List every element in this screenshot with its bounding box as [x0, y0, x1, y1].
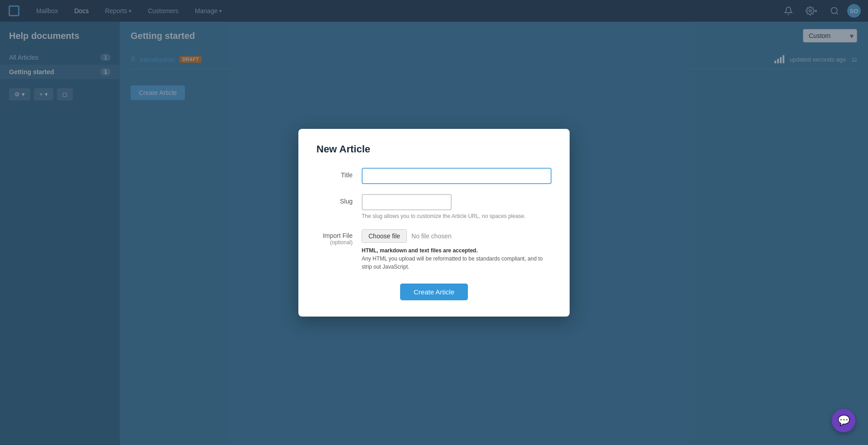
file-section: Choose file No file chosen HTML, markdow… [362, 229, 552, 271]
title-input[interactable] [362, 168, 552, 184]
slug-input[interactable] [362, 194, 452, 210]
slug-form-group: Slug The slug allows you to customize th… [316, 194, 552, 219]
chat-bubble-button[interactable]: 💬 [832, 409, 855, 432]
new-article-modal: New Article Title Slug The slug allows y… [298, 129, 570, 317]
modal-actions: Create Article [316, 284, 552, 300]
slug-label: Slug [316, 194, 362, 205]
import-file-label: Import File (optional) [316, 229, 362, 246]
import-file-sublabel: (optional) [316, 239, 353, 246]
modal-overlay[interactable]: New Article Title Slug The slug allows y… [0, 0, 868, 445]
title-label: Title [316, 168, 362, 179]
choose-file-button[interactable]: Choose file [362, 229, 407, 243]
file-hint: HTML, markdown and text files are accept… [362, 246, 552, 271]
chat-icon: 💬 [838, 415, 850, 426]
slug-hint: The slug allows you to customize the Art… [362, 213, 552, 219]
file-row: Choose file No file chosen [362, 229, 552, 243]
title-form-group: Title [316, 168, 552, 184]
no-file-text: No file chosen [411, 232, 452, 240]
modal-title: New Article [316, 143, 552, 155]
modal-create-button[interactable]: Create Article [400, 284, 468, 300]
import-file-form-group: Import File (optional) Choose file No fi… [316, 229, 552, 271]
